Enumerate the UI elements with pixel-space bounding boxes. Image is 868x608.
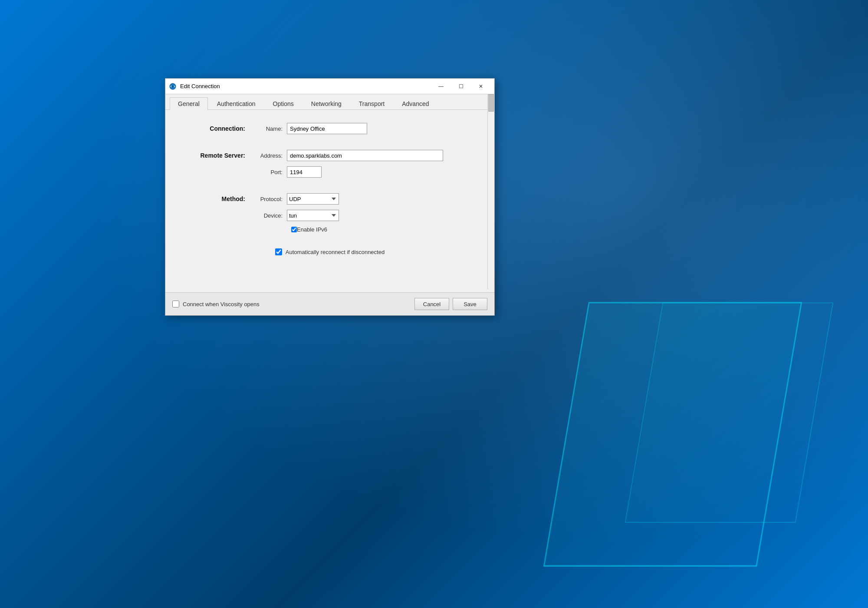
remote-server-fields: Address: Port: [252, 150, 477, 183]
name-label: Name: [252, 126, 287, 132]
edit-connection-dialog: Edit Connection — ☐ ✕ General Authentica… [165, 78, 495, 316]
protocol-select[interactable]: UDP TCP [287, 193, 339, 205]
app-icon [169, 83, 177, 90]
minimize-button[interactable]: — [431, 79, 451, 94]
tab-options[interactable]: Options [265, 97, 302, 110]
port-label: Port: [252, 169, 287, 175]
connection-label: Connection: [183, 123, 252, 132]
title-bar: Edit Connection — ☐ ✕ [165, 79, 494, 94]
reconnect-label: Automatically reconnect if disconnected [286, 249, 385, 255]
device-row: Device: tun tap [252, 210, 477, 221]
device-label: Device: [252, 212, 287, 219]
connect-on-open-label: Connect when Viscosity opens [183, 301, 260, 307]
dialog-title: Edit Connection [180, 83, 431, 89]
protocol-label: Protocol: [252, 196, 287, 202]
footer-left: Connect when Viscosity opens [172, 301, 260, 307]
tab-networking[interactable]: Networking [303, 97, 350, 110]
cancel-button[interactable]: Cancel [414, 298, 449, 310]
footer-right: Cancel Save [414, 298, 487, 310]
port-input[interactable] [287, 166, 322, 178]
name-row: Name: [252, 123, 477, 134]
address-label: Address: [252, 152, 287, 159]
dialog-footer: Connect when Viscosity opens Cancel Save [165, 292, 494, 315]
close-button[interactable]: ✕ [471, 79, 491, 94]
title-bar-controls: — ☐ ✕ [431, 79, 491, 94]
maximize-button[interactable]: ☐ [451, 79, 471, 94]
connection-fields: Name: [252, 123, 477, 139]
address-input[interactable] [287, 150, 443, 161]
remote-server-label: Remote Server: [183, 150, 252, 159]
protocol-row: Protocol: UDP TCP [252, 193, 477, 205]
scrollbar[interactable] [487, 94, 494, 289]
ipv6-row: Enable IPv6 [291, 226, 477, 233]
tab-transport[interactable]: Transport [351, 97, 393, 110]
name-input[interactable] [287, 123, 367, 134]
tab-bar: General Authentication Options Networkin… [165, 94, 494, 110]
tab-authentication[interactable]: Authentication [209, 97, 264, 110]
desktop: Edit Connection — ☐ ✕ General Authentica… [0, 0, 868, 608]
reconnect-checkbox[interactable] [275, 248, 282, 255]
enable-ipv6-label: Enable IPv6 [297, 226, 327, 233]
connection-section: Connection: Name: [183, 123, 477, 139]
tab-advanced[interactable]: Advanced [394, 97, 437, 110]
device-select[interactable]: tun tap [287, 210, 339, 221]
port-row: Port: [252, 166, 477, 178]
remote-server-section: Remote Server: Address: Port: [183, 150, 477, 183]
form-content: Connection: Name: Remote Server: Address… [165, 110, 494, 292]
method-label: Method: [183, 193, 252, 202]
method-fields: Protocol: UDP TCP Device: tun tap [252, 193, 477, 238]
save-button[interactable]: Save [453, 298, 487, 310]
reconnect-row: Automatically reconnect if disconnected [183, 248, 477, 255]
scrollbar-thumb[interactable] [488, 94, 494, 112]
svg-point-1 [171, 85, 174, 88]
tab-general[interactable]: General [170, 97, 208, 110]
connect-on-open-checkbox[interactable] [172, 301, 179, 307]
address-row: Address: [252, 150, 477, 161]
method-section: Method: Protocol: UDP TCP Device: tun t [183, 193, 477, 238]
enable-ipv6-checkbox[interactable] [291, 227, 297, 232]
